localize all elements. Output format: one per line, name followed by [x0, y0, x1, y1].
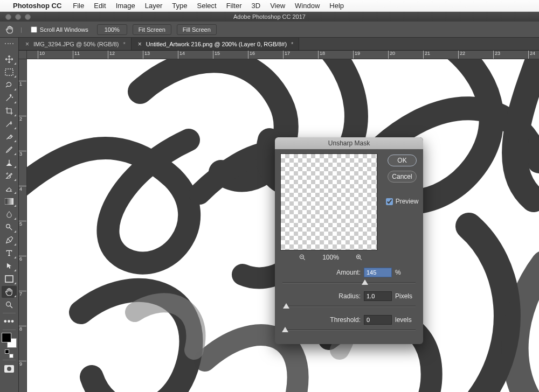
menu-filter[interactable]: Filter — [222, 2, 247, 10]
options-bar: | Scroll All Windows 100% Fit Screen Fil… — [0, 22, 539, 38]
move-tool[interactable] — [2, 53, 17, 65]
hand-tool[interactable] — [2, 286, 17, 298]
zoom-tool[interactable] — [2, 299, 17, 311]
scroll-all-windows-checkbox[interactable]: Scroll All Windows — [27, 25, 92, 34]
tools-panel: ••• — [0, 51, 19, 392]
svg-point-2 — [6, 225, 10, 228]
threshold-slider[interactable] — [282, 327, 416, 333]
radius-label: Radius: — [338, 292, 361, 300]
lasso-tool[interactable] — [2, 79, 17, 91]
preview-zoom: 100% — [322, 254, 339, 261]
ruler-horizontal[interactable]: 10 11 12 13 14 15 16 17 18 19 20 21 22 2… — [27, 51, 539, 59]
tab-label: IMG_3294.JPG @ 50% (RGB/8) — [33, 41, 119, 47]
eyedropper-tool[interactable] — [2, 118, 17, 130]
history-brush-tool[interactable] — [2, 170, 17, 181]
mac-menu-bar: Photoshop CC File Edit Image Layer Type … — [0, 0, 539, 12]
menu-view[interactable]: View — [265, 2, 290, 10]
menu-image[interactable]: Image — [111, 2, 140, 10]
preview-checkbox[interactable]: Preview — [386, 198, 419, 205]
zoom-out-icon[interactable] — [299, 254, 306, 261]
ruler-corner[interactable] — [19, 51, 27, 59]
ruler-vertical[interactable]: 1 2 3 4 5 6 7 8 9 — [19, 59, 27, 392]
ok-button[interactable]: OK — [388, 155, 417, 166]
amount-label: Amount: — [336, 269, 361, 276]
radius-slider[interactable] — [282, 303, 416, 310]
color-swatches[interactable] — [2, 333, 17, 348]
pen-tool[interactable] — [2, 234, 17, 246]
marquee-tool[interactable] — [2, 66, 17, 78]
menu-window[interactable]: Window — [290, 2, 324, 10]
cancel-button[interactable]: Cancel — [388, 171, 417, 183]
amount-slider[interactable] — [282, 279, 416, 286]
tab-label: Untitled_Artwork 216.png @ 200% (Layer 0… — [146, 41, 287, 47]
fit-screen-button[interactable]: Fit Screen — [133, 24, 171, 35]
svg-point-4 — [6, 302, 11, 306]
radius-input[interactable] — [364, 291, 392, 301]
quick-mask-button[interactable] — [4, 365, 14, 373]
menu-layer[interactable]: Layer — [140, 2, 168, 10]
menu-edit[interactable]: Edit — [89, 2, 110, 10]
close-icon[interactable]: × — [25, 40, 29, 48]
menu-file[interactable]: File — [68, 2, 89, 10]
magic-wand-tool[interactable] — [2, 92, 17, 104]
type-tool[interactable] — [2, 247, 17, 259]
zoom-percent-button[interactable]: 100% — [97, 24, 127, 35]
brush-tool[interactable] — [2, 144, 17, 156]
eraser-tool[interactable] — [2, 183, 17, 194]
threshold-input[interactable] — [364, 315, 392, 325]
window-titlebar: Adobe Photoshop CC 2017 — [0, 12, 539, 22]
document-tab-1[interactable]: × IMG_3294.JPG @ 50% (RGB/8)* — [19, 38, 132, 50]
close-icon[interactable]: × — [138, 40, 142, 48]
hand-tool-icon[interactable] — [4, 24, 15, 35]
amount-input[interactable] — [364, 268, 392, 277]
crop-tool[interactable] — [2, 105, 17, 117]
healing-brush-tool[interactable] — [2, 131, 17, 143]
unsharp-mask-dialog: Unsharp Mask 100% OK Cancel Preview Amou… — [275, 137, 423, 344]
menu-3d[interactable]: 3D — [247, 2, 266, 10]
dodge-tool[interactable] — [2, 221, 17, 233]
menu-help[interactable]: Help — [324, 2, 349, 10]
document-tab-2[interactable]: × Untitled_Artwork 216.png @ 200% (Layer… — [132, 38, 300, 50]
preview-thumbnail[interactable] — [280, 153, 377, 250]
threshold-label: Threshold: — [330, 316, 361, 324]
clone-stamp-tool[interactable] — [2, 157, 17, 169]
svg-rect-0 — [5, 69, 13, 75]
menu-type[interactable]: Type — [167, 2, 192, 10]
amount-unit: % — [395, 269, 416, 276]
menu-select[interactable]: Select — [192, 2, 221, 10]
svg-rect-1 — [5, 198, 13, 205]
edit-toolbar-button[interactable]: ••• — [2, 316, 17, 327]
document-tab-bar: × IMG_3294.JPG @ 50% (RGB/8)* × Untitled… — [19, 38, 539, 51]
blur-tool[interactable] — [2, 208, 17, 220]
app-name[interactable]: Photoshop CC — [13, 2, 61, 10]
zoom-in-icon[interactable] — [355, 254, 363, 261]
fill-screen-button[interactable]: Fill Screen — [177, 24, 217, 35]
rectangle-tool[interactable] — [2, 273, 17, 285]
radius-unit: Pixels — [395, 292, 416, 300]
svg-rect-3 — [5, 276, 13, 282]
toolbar-grip[interactable] — [0, 38, 19, 51]
dialog-title[interactable]: Unsharp Mask — [275, 137, 423, 149]
gradient-tool[interactable] — [2, 195, 17, 207]
path-select-tool[interactable] — [2, 260, 17, 272]
threshold-unit: levels — [395, 316, 416, 324]
window-title: Adobe Photoshop CC 2017 — [0, 13, 539, 20]
default-colors-icon[interactable] — [5, 349, 13, 358]
